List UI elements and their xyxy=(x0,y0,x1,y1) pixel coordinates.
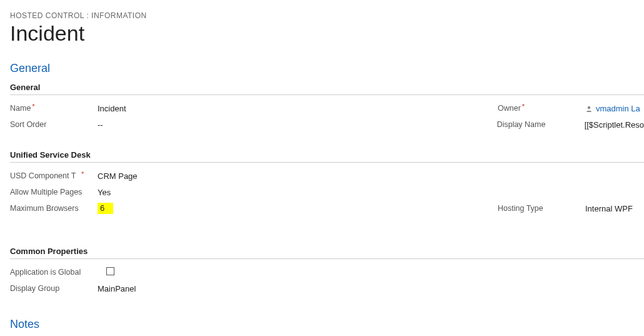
svg-point-0 xyxy=(588,106,590,109)
app-global-value[interactable] xyxy=(98,267,114,277)
page-title: Incident xyxy=(10,21,644,46)
sort-order-value[interactable]: -- xyxy=(98,120,103,130)
section-general-title[interactable]: General xyxy=(10,62,644,75)
required-asterisk: * xyxy=(81,171,84,178)
usd-component-type-value[interactable]: CRM Page xyxy=(98,171,138,181)
hosting-type-label: Hosting Type xyxy=(498,204,585,213)
subsection-common: Common Properties xyxy=(10,247,644,259)
display-group-label: Display Group xyxy=(10,284,98,293)
owner-label: Owner* xyxy=(498,104,585,113)
name-label: Name* xyxy=(10,104,98,113)
display-group-value[interactable]: MainPanel xyxy=(98,284,136,293)
required-asterisk: * xyxy=(32,104,34,110)
section-notes-title[interactable]: Notes xyxy=(10,318,644,331)
hosting-type-value[interactable]: Internal WPF xyxy=(585,204,633,213)
allow-multiple-label: Allow Multiple Pages xyxy=(10,188,98,196)
display-name-label: Display Name xyxy=(497,120,585,129)
display-name-value[interactable]: [[$Scriptlet.Reso xyxy=(585,120,644,130)
name-value[interactable]: Incident xyxy=(98,104,126,113)
max-browsers-label: Maximum Browsers xyxy=(10,204,98,213)
usd-component-type-label: USD Component T * xyxy=(10,171,98,180)
app-global-label: Application is Global xyxy=(10,268,98,277)
max-browsers-value[interactable]: 6 xyxy=(98,203,113,214)
max-browsers-highlight: 6 xyxy=(98,203,113,214)
breadcrumb: HOSTED CONTROL : INFORMATION xyxy=(10,11,644,20)
owner-value[interactable]: vmadmin La xyxy=(585,104,640,113)
subsection-general: General xyxy=(10,83,644,95)
user-icon xyxy=(585,105,593,113)
subsection-usd: Unified Service Desk xyxy=(10,150,644,163)
sort-order-label: Sort Order xyxy=(10,120,98,129)
allow-multiple-value[interactable]: Yes xyxy=(98,188,111,197)
checkbox-icon[interactable] xyxy=(106,267,114,275)
required-asterisk: * xyxy=(522,104,525,110)
